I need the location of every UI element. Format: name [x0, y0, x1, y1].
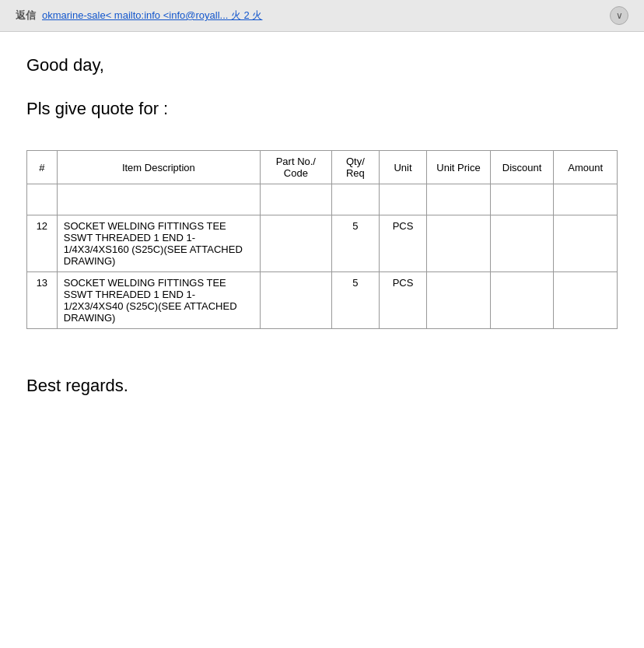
sender-info[interactable]: okmarine-sale< mailto:info <info@royall.… — [42, 9, 262, 23]
cell-discount — [490, 272, 554, 329]
cell-uprice — [427, 272, 491, 329]
cell-desc — [57, 184, 260, 215]
expand-button[interactable]: ∨ — [610, 6, 628, 25]
quote-table: # Item Description Part No./ Code Qty/ R… — [26, 150, 618, 329]
cell-uprice — [427, 215, 491, 272]
cell-unit: PCS — [379, 215, 426, 272]
quote-intro-text: Pls give quote for : — [26, 99, 618, 119]
cell-desc: SOCKET WELDING FITTINGS TEE SSWT THREADE… — [57, 215, 260, 272]
table-row: 13SOCKET WELDING FITTINGS TEE SSWT THREA… — [27, 272, 618, 329]
cell-amount — [554, 272, 618, 329]
col-header-uprice: Unit Price — [427, 151, 491, 184]
email-header: 返信 okmarine-sale< mailto:info <info@roya… — [0, 0, 644, 32]
col-header-qty: Qty/ Req — [331, 151, 379, 184]
cell-qty: 5 — [331, 215, 379, 272]
col-header-discount: Discount — [490, 151, 554, 184]
col-header-num: # — [27, 151, 58, 184]
cell-discount — [490, 184, 554, 215]
cell-uprice — [427, 184, 491, 215]
cell-unit — [379, 184, 426, 215]
col-header-desc: Item Description — [57, 151, 260, 184]
cell-num: 13 — [27, 272, 58, 329]
col-header-amount: Amount — [554, 151, 618, 184]
cell-part — [260, 215, 331, 272]
cell-qty — [331, 184, 379, 215]
cell-part — [260, 272, 331, 329]
closing-text: Best regards. — [26, 376, 618, 396]
email-container: 返信 okmarine-sale< mailto:info <info@roya… — [0, 0, 644, 648]
cell-num — [27, 184, 58, 215]
greeting-text: Good day, — [26, 55, 618, 75]
email-body: Good day, Pls give quote for : # Item De… — [0, 32, 644, 427]
cell-amount — [554, 184, 618, 215]
table-header-row: # Item Description Part No./ Code Qty/ R… — [27, 151, 618, 184]
cell-part — [260, 184, 331, 215]
table-row — [27, 184, 618, 215]
col-header-unit: Unit — [379, 151, 426, 184]
table-row: 12SOCKET WELDING FITTINGS TEE SSWT THREA… — [27, 215, 618, 272]
cell-amount — [554, 215, 618, 272]
cell-unit: PCS — [379, 272, 426, 329]
reply-label: 返信 — [16, 9, 36, 23]
cell-discount — [490, 215, 554, 272]
cell-num: 12 — [27, 215, 58, 272]
cell-qty: 5 — [331, 272, 379, 329]
col-header-part: Part No./ Code — [260, 151, 331, 184]
cell-desc: SOCKET WELDING FITTINGS TEE SSWT THREADE… — [57, 272, 260, 329]
